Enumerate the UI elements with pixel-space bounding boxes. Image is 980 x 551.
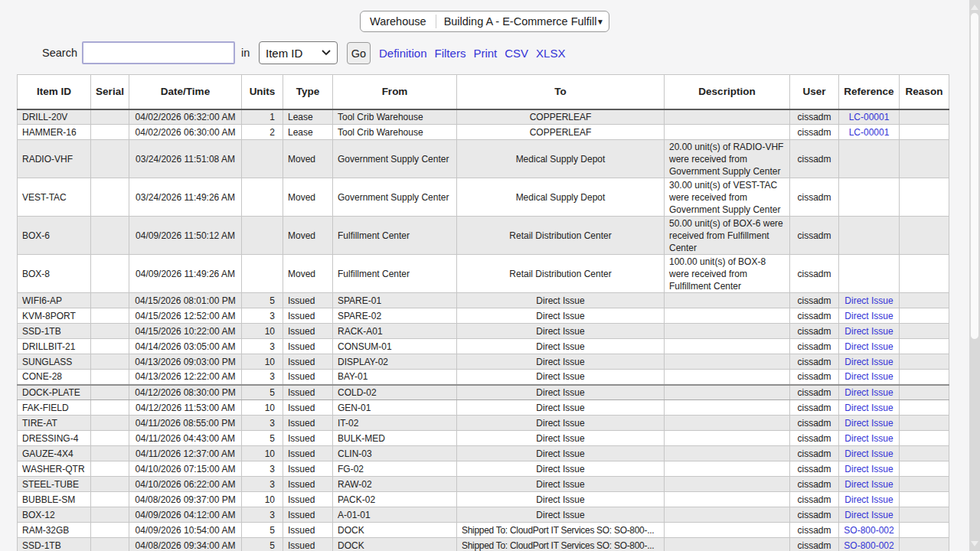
reference-link[interactable]: Direct Issue (844, 479, 893, 490)
reference-link[interactable]: Direct Issue (844, 464, 893, 474)
col-header-serial[interactable]: Serial (91, 75, 129, 109)
table-row[interactable]: RADIO-VHF03/24/2026 11:51:08 AMMovedGove… (18, 140, 949, 178)
reference-link[interactable]: SO-800-002 (844, 540, 893, 551)
scrollbar[interactable] (969, 0, 980, 551)
reference-link[interactable]: Direct Issue (844, 494, 893, 505)
cell-to: Retail Distribution Center (457, 255, 665, 293)
cell-units: 3 (242, 477, 283, 492)
reference-link[interactable]: Direct Issue (844, 433, 893, 444)
reference-link[interactable]: Direct Issue (844, 341, 893, 352)
cell-type: Issued (283, 431, 333, 446)
warehouse-selector[interactable]: Warehouse Building A - E-Commerce Fulfil… (360, 11, 609, 32)
cell-to: Medical Supply Depot (457, 140, 665, 178)
table-row[interactable]: STEEL-TUBE04/10/2026 06:22:00 AM3IssuedR… (18, 477, 949, 492)
in-label: in (241, 47, 250, 59)
link-filters[interactable]: Filters (435, 47, 466, 60)
table-row[interactable]: BOX-604/09/2026 11:50:12 AMMovedFulfillm… (18, 217, 949, 255)
cell-user: cissadm (790, 492, 839, 507)
table-row[interactable]: TIRE-AT04/11/2026 08:55:00 PM3IssuedIT-0… (18, 416, 949, 431)
cell-user: cissadm (790, 507, 839, 523)
table-row[interactable]: VEST-TAC03/24/2026 11:49:26 AMMovedGover… (18, 178, 949, 217)
scrollbar-down-arrow-icon[interactable] (971, 541, 978, 546)
table-row[interactable]: BOX-1204/09/2026 04:12:00 AM3IssuedA-01-… (18, 507, 949, 523)
cell-type: Moved (283, 140, 333, 178)
table-row[interactable]: FAK-FIELD04/12/2026 11:53:00 AM10IssuedG… (18, 400, 949, 416)
cell-ref: Direct Issue (839, 293, 900, 308)
table-row[interactable]: HAMMER-1604/02/2026 06:30:00 AM2LeaseToo… (18, 125, 949, 140)
link-xlsx[interactable]: XLSX (536, 47, 565, 60)
table-header: Item IDSerialDate/TimeUnitsTypeFromToDes… (18, 75, 949, 109)
link-definition[interactable]: Definition (379, 47, 427, 60)
search-field-select[interactable]: Item ID (259, 41, 338, 64)
table-row[interactable]: WIFI6-AP04/15/2026 08:01:00 PM5IssuedSPA… (18, 293, 949, 308)
link-csv[interactable]: CSV (505, 47, 528, 60)
cell-user: cissadm (790, 109, 839, 125)
table-row[interactable]: SSD-1TB04/08/2026 09:34:00 AM5IssuedDOCK… (18, 538, 949, 551)
reference-link[interactable]: Direct Issue (844, 357, 893, 367)
col-header-to[interactable]: To (457, 75, 665, 109)
cell-serial (91, 354, 129, 370)
cell-units: 3 (242, 461, 283, 477)
cell-datetime: 04/15/2026 12:52:00 AM (129, 308, 242, 324)
search-input[interactable] (82, 41, 235, 64)
cell-units (242, 140, 283, 178)
table-row[interactable]: SUNGLASS04/13/2026 09:03:00 PM10IssuedDI… (18, 354, 949, 370)
col-header-user[interactable]: User (790, 75, 839, 109)
header-row: Item IDSerialDate/TimeUnitsTypeFromToDes… (18, 75, 949, 109)
cell-to: COPPERLEAF (457, 109, 665, 125)
table-row[interactable]: DRILL-20V04/02/2026 06:32:00 AM1LeaseToo… (18, 109, 949, 125)
col-header-reason[interactable]: Reason (900, 75, 949, 109)
table-row[interactable]: RAM-32GB04/09/2026 10:54:00 AM5IssuedDOC… (18, 523, 949, 538)
reference-link[interactable]: Direct Issue (844, 403, 893, 413)
reference-link[interactable]: Direct Issue (844, 311, 893, 321)
link-print[interactable]: Print (473, 47, 497, 60)
reference-link[interactable]: Direct Issue (844, 387, 893, 398)
reference-link[interactable]: Direct Issue (844, 371, 893, 382)
cell-reason (900, 324, 949, 339)
col-header-desc[interactable]: Description (665, 75, 790, 109)
table-row[interactable]: GAUZE-4X404/11/2026 12:37:00 AM10IssuedC… (18, 446, 949, 461)
reference-link[interactable]: Direct Issue (844, 326, 893, 337)
cell-user: cissadm (790, 125, 839, 140)
reference-link[interactable]: Direct Issue (844, 448, 893, 459)
col-header-from[interactable]: From (333, 75, 457, 109)
scrollbar-up-arrow-icon[interactable] (971, 5, 978, 10)
reference-link[interactable]: LC-00001 (849, 112, 890, 122)
col-header-ref[interactable]: Reference (839, 75, 900, 109)
action-links: DefinitionFiltersPrintCSVXLSX (379, 47, 565, 60)
cell-datetime: 04/09/2026 04:12:00 AM (129, 507, 242, 523)
reference-link[interactable]: Direct Issue (844, 295, 893, 306)
col-header-type[interactable]: Type (283, 75, 333, 109)
cell-reason (900, 385, 949, 400)
col-header-units[interactable]: Units (242, 75, 283, 109)
table-row[interactable]: DOCK-PLATE04/12/2026 08:30:00 PM5IssuedC… (18, 385, 949, 400)
cell-to: Direct Issue (457, 507, 665, 523)
reference-link[interactable]: SO-800-002 (844, 525, 893, 536)
col-header-datetime[interactable]: Date/Time (129, 75, 242, 109)
table-row[interactable]: DRILLBIT-2104/14/2026 03:05:00 AM3Issued… (18, 339, 949, 354)
cell-item: DRILLBIT-21 (18, 339, 91, 354)
cell-desc: 20.00 unit(s) of RADIO-VHF were received… (665, 140, 790, 178)
table-row[interactable]: BOX-804/09/2026 11:49:26 AMMovedFulfillm… (18, 255, 949, 293)
cell-reason (900, 217, 949, 255)
cell-to: COPPERLEAF (457, 125, 665, 140)
reference-link[interactable]: Direct Issue (844, 510, 893, 520)
col-header-item[interactable]: Item ID (18, 75, 91, 109)
table-row[interactable]: SSD-1TB04/15/2026 10:22:00 AM10IssuedRAC… (18, 324, 949, 339)
cell-from: RACK-A01 (333, 324, 457, 339)
table-row[interactable]: WASHER-QTR04/10/2026 07:15:00 AM3IssuedF… (18, 461, 949, 477)
cell-datetime: 04/09/2026 11:49:26 AM (129, 255, 242, 293)
cell-ref (839, 178, 900, 217)
reference-link[interactable]: LC-00001 (849, 127, 890, 138)
scrollbar-thumb[interactable] (971, 13, 978, 339)
cell-desc (665, 354, 790, 370)
table-row[interactable]: KVM-8PORT04/15/2026 12:52:00 AM3IssuedSP… (18, 308, 949, 324)
table-row[interactable]: CONE-2804/13/2026 12:22:00 AM3IssuedBAY-… (18, 370, 949, 385)
table-row[interactable]: DRESSING-404/11/2026 04:43:00 AM5IssuedB… (18, 431, 949, 446)
reference-link[interactable]: Direct Issue (844, 418, 893, 429)
cell-units: 5 (242, 293, 283, 308)
go-button[interactable]: Go (347, 42, 371, 64)
warehouse-dropdown[interactable]: Building A - E-Commerce Fulfillment ▼ (436, 15, 609, 28)
table-row[interactable]: BUBBLE-SM04/08/2026 09:37:00 PM10IssuedP… (18, 492, 949, 507)
cell-desc: 30.00 unit(s) of VEST-TAC were received … (665, 178, 790, 217)
